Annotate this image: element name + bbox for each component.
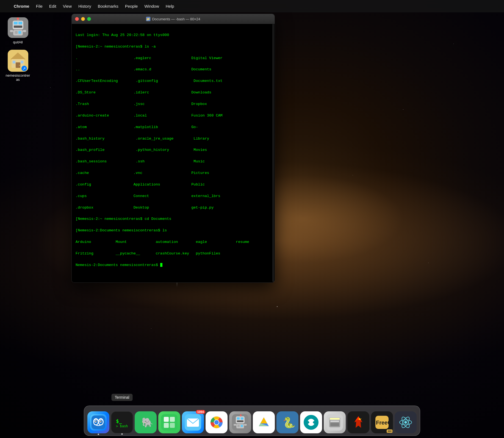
quitall-svg <box>8 17 28 38</box>
menubar: Chrome File Edit View History Bookmarks … <box>0 0 504 12</box>
terminal-line-12: .bash_sessions .ssh Music <box>76 159 271 165</box>
apple-menu[interactable] <box>3 0 10 12</box>
svg-rect-50 <box>241 417 243 420</box>
terminal-window-buttons <box>75 17 91 21</box>
svg-point-29 <box>95 421 96 422</box>
svg-rect-57 <box>234 424 236 426</box>
desktop-icon-quitall[interactable]: quitAll <box>5 16 30 44</box>
svg-rect-4 <box>14 26 22 28</box>
terminal-line-2: [Nemesis-2:~ nemesiscontreras$ ls -a <box>76 44 271 50</box>
terminal-titlebar: 📁 Documents — -bash — 80×24 <box>72 14 275 24</box>
terminal-cursor <box>160 263 162 267</box>
dock-terminal-tooltip: Terminal <box>112 394 133 401</box>
mail-badge: 1094 <box>196 410 205 414</box>
automator-svg <box>232 414 248 431</box>
menubar-file[interactable]: File <box>33 0 46 12</box>
dock-icon-atom[interactable] <box>395 411 417 433</box>
dock-icon-googledrive[interactable] <box>253 411 275 433</box>
svg-rect-36 <box>161 414 178 431</box>
dock-icon-pyranha[interactable] <box>347 411 369 433</box>
terminal-scrollbar[interactable] <box>272 24 274 282</box>
terminal-line-19: Arduino Mount automation eagle resume <box>76 239 271 245</box>
window-minimize-button[interactable] <box>81 17 85 21</box>
svg-text:FreeCAD: FreeCAD <box>376 420 390 426</box>
dock-icon-chrome[interactable] <box>206 411 228 433</box>
svg-text:$_: $_ <box>116 418 122 424</box>
svg-point-6 <box>17 18 19 20</box>
dock-icon-python[interactable]: 🐍 <box>276 411 298 433</box>
dock-icon-freecad[interactable]: FreeCAD 360 <box>371 411 393 433</box>
menubar-bookmarks[interactable]: Bookmarks <box>95 0 122 12</box>
terminal-active-dot <box>121 433 123 435</box>
svg-rect-2 <box>14 22 18 24</box>
terminal-line-14: .config Applications Public <box>76 182 271 188</box>
svg-rect-58 <box>244 424 247 426</box>
menubar-history[interactable]: History <box>75 0 95 12</box>
menubar-people[interactable]: People <box>122 0 141 12</box>
menubar-edit[interactable]: Edit <box>46 0 60 12</box>
svg-point-46 <box>214 420 219 425</box>
svg-text:> bash: > bash <box>116 424 128 428</box>
terminal-line-3: . .eaglerc Digital Viewer <box>76 56 271 61</box>
svg-point-53 <box>240 414 242 416</box>
dock-icon-automator[interactable] <box>229 411 251 433</box>
svg-rect-3 <box>18 22 22 24</box>
svg-text:🐍: 🐍 <box>283 416 296 429</box>
svg-rect-74 <box>330 423 339 426</box>
pyranha-svg <box>350 414 367 431</box>
svg-rect-8 <box>15 31 18 34</box>
terminal-line-11: .bash_profile .python_history Movies <box>76 147 271 153</box>
svg-rect-76 <box>330 418 340 420</box>
svg-point-16 <box>19 65 20 66</box>
numbers-svg <box>161 414 178 431</box>
googledrive-svg <box>256 414 272 431</box>
terminal-body[interactable]: Last login: Thu Aug 25 20:22:58 on ttys0… <box>72 24 275 282</box>
python-svg: 🐍 <box>279 414 296 431</box>
svg-rect-48 <box>236 416 245 423</box>
freecad-svg: FreeCAD <box>374 414 390 431</box>
svg-rect-39 <box>164 423 169 428</box>
svg-rect-9 <box>18 31 21 34</box>
mail-svg <box>185 414 201 431</box>
terminal-line-6: .DS_Store .idlerc Downloads <box>76 90 271 96</box>
menubar-window[interactable]: Window <box>141 0 162 12</box>
terminal-line-17: [Nemesis-2:~ nemesiscontreras$ cd Docume… <box>76 216 271 222</box>
terminal-line-5: .CFUserTextEncoding .gitconfig Documents… <box>76 78 271 84</box>
svg-rect-40 <box>170 423 175 428</box>
terminal-line-18: [Nemesis-2:Documents nemesiscontreras$ l… <box>76 228 271 234</box>
finder-svg <box>90 414 107 431</box>
terminal-window: 📁 Documents — -bash — 80×24 Last login: … <box>71 14 275 283</box>
svg-rect-18 <box>21 61 23 63</box>
svg-rect-37 <box>164 417 169 422</box>
svg-rect-7 <box>13 30 23 35</box>
svg-rect-38 <box>170 417 175 422</box>
dock-icon-numbers[interactable] <box>158 411 180 433</box>
dock-icon-mail[interactable]: 1094 <box>182 411 204 433</box>
nemesis-icon-image: ↗ <box>7 50 29 72</box>
dock-icon-arduino[interactable] <box>300 411 322 433</box>
terminal-line-16: .dropbox Desktop get-pip.py <box>76 205 271 211</box>
svg-rect-10 <box>10 30 13 32</box>
desktop-icons-container: quitAll ↗ nemesisco <box>5 16 30 82</box>
svg-rect-73 <box>330 421 339 422</box>
nemesis-svg: ↗ <box>8 50 28 72</box>
quitall-icon-image <box>7 16 29 38</box>
menubar-help[interactable]: Help <box>162 0 178 12</box>
desktop-icon-nemesis[interactable]: ↗ nemesiscontreras <box>5 50 30 82</box>
terminal-line-4: .. .emacs.d Documents <box>76 67 271 73</box>
svg-text:🐘: 🐘 <box>142 417 153 428</box>
svg-rect-17 <box>13 61 15 63</box>
window-close-button[interactable] <box>75 17 79 21</box>
dock-icon-evernote[interactable]: 🐘 <box>135 411 157 433</box>
scanner-svg <box>326 414 343 431</box>
menubar-chrome[interactable]: Chrome <box>10 0 33 12</box>
menubar-view[interactable]: View <box>60 0 75 12</box>
window-maximize-button[interactable] <box>87 17 91 21</box>
dock-icon-scanner[interactable] <box>324 411 346 433</box>
dock-icon-terminal[interactable]: $_ > bash <box>111 411 133 433</box>
terminal-line-21: Nemesis-2:Documents nemesiscontreras$ <box>76 262 271 268</box>
dock-icon-finder[interactable] <box>87 411 109 433</box>
svg-text:↗: ↗ <box>23 66 26 71</box>
svg-rect-56 <box>241 425 243 427</box>
terminal-line-9: .atom .matplotlib Go- <box>76 124 271 130</box>
